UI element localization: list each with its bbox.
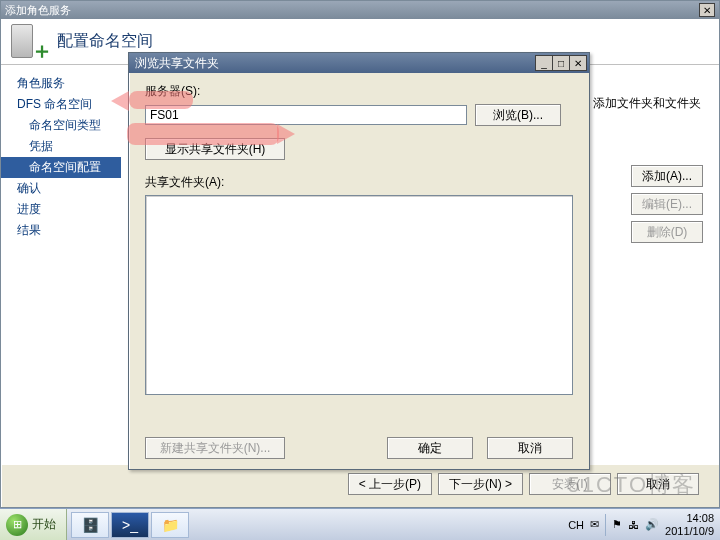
- close-icon[interactable]: ✕: [569, 55, 587, 71]
- sidebar-item-credentials[interactable]: 凭据: [1, 136, 121, 157]
- clock[interactable]: 14:08 2011/10/9: [665, 512, 714, 536]
- main-help-text: 添加文件夹和文件夹: [593, 95, 701, 112]
- sidebar-item-namespace-type[interactable]: 命名空间类型: [1, 115, 121, 136]
- prev-button[interactable]: < 上一步(P): [348, 473, 432, 495]
- ok-button[interactable]: 确定: [387, 437, 473, 459]
- taskbar-app-explorer[interactable]: 📁: [151, 512, 189, 538]
- start-label: 开始: [32, 516, 56, 533]
- ime-indicator[interactable]: CH: [568, 519, 584, 531]
- new-shared-folder-button: 新建共享文件夹(N)...: [145, 437, 285, 459]
- start-button[interactable]: ⊞ 开始: [0, 509, 67, 541]
- close-icon[interactable]: ✕: [699, 3, 715, 17]
- sidebar-item-dfs-namespace[interactable]: DFS 命名空间: [1, 94, 121, 115]
- wizard-title: 配置命名空间: [57, 31, 153, 52]
- server-label: 服务器(S):: [145, 83, 573, 100]
- clock-time: 14:08: [665, 512, 714, 524]
- maximize-icon[interactable]: □: [552, 55, 570, 71]
- sidebar-item-results[interactable]: 结果: [1, 220, 121, 241]
- sidebar-item-role-services[interactable]: 角色服务: [1, 73, 121, 94]
- browse-button[interactable]: 浏览(B)...: [475, 104, 561, 126]
- tray-flag-icon[interactable]: ⚑: [612, 518, 622, 531]
- dialog-title: 浏览共享文件夹: [135, 55, 219, 72]
- sidebar-item-confirm[interactable]: 确认: [1, 178, 121, 199]
- dialog-titlebar[interactable]: 浏览共享文件夹 _ □ ✕: [129, 53, 589, 73]
- clock-date: 2011/10/9: [665, 525, 714, 537]
- cancel-button[interactable]: 取消: [617, 473, 699, 495]
- system-tray: CH ✉ ⚑ 🖧 🔊 14:08 2011/10/9: [562, 509, 720, 540]
- taskbar: ⊞ 开始 🗄️ >_ 📁 CH ✉ ⚑ 🖧 🔊 14:08 2011/10/9: [0, 508, 720, 540]
- taskbar-app-server-manager[interactable]: 🗄️: [71, 512, 109, 538]
- server-input[interactable]: [145, 105, 467, 125]
- taskbar-app-powershell[interactable]: >_: [111, 512, 149, 538]
- show-shared-folders-button[interactable]: 显示共享文件夹(H): [145, 138, 285, 160]
- dialog-cancel-button[interactable]: 取消: [487, 437, 573, 459]
- network-icon[interactable]: 🖧: [628, 519, 639, 531]
- next-button[interactable]: 下一步(N) >: [438, 473, 523, 495]
- wizard-icon: ＋: [9, 22, 49, 62]
- add-button[interactable]: 添加(A)...: [631, 165, 703, 187]
- wizard-footer: < 上一步(P) 下一步(N) > 安装(I) 取消: [348, 473, 699, 495]
- windows-orb-icon: ⊞: [6, 514, 28, 536]
- shared-folders-label: 共享文件夹(A):: [145, 174, 573, 191]
- delete-button: 删除(D): [631, 221, 703, 243]
- shared-folders-listbox[interactable]: [145, 195, 573, 395]
- edit-button: 编辑(E)...: [631, 193, 703, 215]
- install-button: 安装(I): [529, 473, 611, 495]
- window-title: 添加角色服务: [5, 3, 71, 18]
- browse-shared-folder-dialog: 浏览共享文件夹 _ □ ✕ 服务器(S): 浏览(B)... 显示共享文件夹(H…: [128, 52, 590, 470]
- sidebar-item-progress[interactable]: 进度: [1, 199, 121, 220]
- mail-icon[interactable]: ✉: [590, 518, 599, 531]
- tray-separator: [605, 514, 606, 536]
- window-titlebar[interactable]: 添加角色服务 ✕: [1, 1, 719, 19]
- minimize-icon[interactable]: _: [535, 55, 553, 71]
- sidebar-item-namespace-config[interactable]: 命名空间配置: [1, 157, 121, 178]
- wizard-sidebar: 角色服务 DFS 命名空间 命名空间类型 凭据 命名空间配置 确认 进度 结果: [1, 65, 121, 465]
- sound-icon[interactable]: 🔊: [645, 518, 659, 531]
